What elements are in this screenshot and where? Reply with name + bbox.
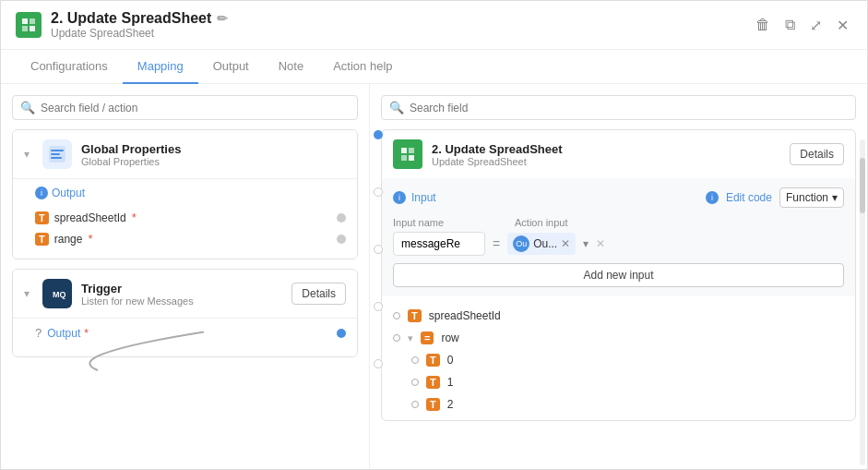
tabs: Configurations Mapping Output Note Actio… [1,50,867,84]
right-field-spreadsheetid: T spreadSheetId [393,306,844,326]
tab-mapping[interactable]: Mapping [123,50,198,84]
right-search-icon: 🔍 [389,101,404,114]
window-subtitle: Update SpreadSheet [51,27,228,40]
row-close-icon[interactable]: ✕ [596,237,605,250]
target-text: 2. Update SpreadSheet Update SpreadSheet [432,142,563,167]
title-text: 2. Update SpreadSheet ✏ Update SpreadShe… [51,10,228,40]
left-search-box[interactable]: 🔍 [12,95,358,120]
scrollbar-thumb[interactable] [860,158,865,213]
input-label: Input [411,191,436,204]
right-search-box[interactable]: 🔍 [381,95,856,120]
svg-rect-4 [30,26,35,31]
tab-note[interactable]: Note [264,50,318,84]
connector-dot-spreadsheetid [337,213,346,223]
input-section-header: i Input i Edit code Function ▾ [393,187,844,208]
add-new-input-button[interactable]: Add new input [393,263,844,287]
target-details-area: Details [790,143,844,165]
tag-close-icon[interactable]: ✕ [561,237,570,250]
edit-code-button[interactable]: Edit code [726,191,772,204]
connector-dot-3 [374,302,383,311]
action-input-value: Ou... [533,237,557,250]
title-bar: 2. Update SpreadSheet ✏ Update SpreadShe… [1,1,867,50]
input-info-icon2: i [706,191,719,204]
title-actions: 🗑 ⧉ ⤢ ✕ [752,13,852,38]
input-info-icon: i [393,191,406,204]
copy-button[interactable]: ⧉ [781,13,799,37]
left-search-input[interactable] [41,102,350,114]
input-section: i Input i Edit code Function ▾ [382,178,855,296]
tab-configurations[interactable]: Configurations [16,50,123,84]
resize-button[interactable]: ⤢ [806,13,826,38]
function-select[interactable]: Function ▾ [779,187,844,208]
row-collapse-icon[interactable]: ▾ [408,332,413,344]
svg-rect-13 [409,148,414,153]
svg-rect-1 [22,18,28,24]
conn-dot-2 [411,401,419,408]
svg-rect-15 [409,155,414,161]
right-field-name-spreadsheetid: spreadSheetId [429,309,501,322]
connector-dot-range [337,235,346,244]
type-eq-row: = [421,331,434,344]
scrollbar-track[interactable] [860,139,865,465]
connection-curve [19,121,204,469]
right-field-name-1: 1 [447,376,454,389]
left-connector-dots [374,130,383,368]
input-name-label: Input name [393,217,485,228]
target-header: 2. Update SpreadSheet Update SpreadSheet… [382,130,855,178]
app-icon [16,12,42,38]
type-t-1: T [426,376,440,389]
tag-controls: ▾ [583,237,589,250]
action-input-avatar: Ou [513,235,529,252]
function-chevron: ▾ [832,191,838,204]
right-panel: 🔍 2. Update S [370,84,867,469]
svg-rect-12 [401,148,407,153]
target-details-button[interactable]: Details [790,143,844,165]
left-search-icon: 🔍 [20,101,35,114]
delete-button[interactable]: 🗑 [752,13,774,37]
edit-title-icon[interactable]: ✏ [217,11,228,26]
mapping-labels: Input name Action input [393,217,844,228]
fields-list: T spreadSheetId ▾ = row T 0 [382,300,855,420]
trigger-details-area: Details [291,283,346,305]
right-subfield-0: T 0 [393,350,844,370]
conn-dot-0 [411,356,419,364]
svg-rect-2 [30,18,35,24]
svg-rect-3 [22,26,28,31]
right-subfield-2: T 2 [393,394,844,415]
mapping-row: = Ou Ou... ✕ ▾ ✕ [393,232,844,256]
trigger-details-button[interactable]: Details [291,283,346,305]
target-title: 2. Update SpreadSheet [432,142,563,156]
main-window: 2. Update SpreadSheet ✏ Update SpreadShe… [0,0,868,470]
action-input-label: Action input [515,217,567,228]
action-input-tag: Ou Ou... ✕ [507,233,576,255]
conn-dot-1 [411,379,419,386]
conn-dot-left-row [393,334,400,342]
type-t-2: T [426,398,440,411]
conn-dot-left-spreadsheetid [393,312,400,319]
tag-chevron-down[interactable]: ▾ [583,237,589,250]
tab-output[interactable]: Output [198,50,264,84]
connector-dot-input [374,130,383,139]
content-area: 🔍 ▾ Global Propert [1,84,867,469]
target-card: 2. Update SpreadSheet Update SpreadSheet… [381,129,856,421]
right-subfield-1: T 1 [393,372,844,392]
right-field-name-2: 2 [447,398,454,411]
type-t-spreadsheetid: T [408,309,422,322]
type-t-0: T [426,354,440,367]
right-field-name-0: 0 [447,354,454,367]
svg-rect-14 [401,155,407,161]
window-title: 2. Update SpreadSheet [51,10,211,27]
right-field-name-row: row [441,331,458,344]
mapping-name-input[interactable] [393,232,485,256]
equals-sign: = [493,236,500,251]
right-field-row: ▾ = row [393,328,844,348]
function-label: Function [786,191,828,204]
target-icon [393,139,422,169]
right-search-input[interactable] [410,102,848,114]
target-subtitle: Update SpreadSheet [432,156,563,167]
input-controls: i Edit code Function ▾ [706,187,844,208]
close-button[interactable]: ✕ [833,13,852,38]
connector-dot-4 [374,359,383,368]
tab-action-help[interactable]: Action help [318,50,407,84]
connector-dot-1 [374,187,383,197]
